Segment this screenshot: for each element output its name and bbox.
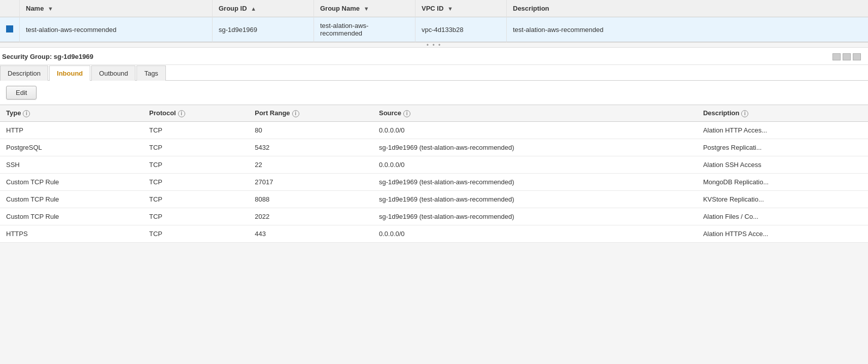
- rules-row-source: sg-1d9e1969 (test-alation-aws-recommende…: [373, 173, 697, 190]
- info-icon: i: [741, 110, 748, 117]
- sort-arrow-groupid: ▲: [251, 6, 256, 12]
- col-header-rules-type: Typei: [0, 105, 143, 122]
- rules-row-source: sg-1d9e1969 (test-alation-aws-recommende…: [373, 208, 697, 225]
- rules-row-source: 0.0.0.0/0: [373, 225, 697, 242]
- row-groupid: sg-1d9e1969: [213, 17, 314, 42]
- rules-row-protocol: TCP: [143, 173, 249, 190]
- tab-outbound[interactable]: Outbound: [91, 65, 135, 81]
- row-description: test-alation-aws-recommended: [507, 17, 869, 42]
- rules-row-portrange: 80: [249, 121, 373, 139]
- rules-row-description: Alation Files / Co...: [697, 208, 868, 225]
- table-row[interactable]: test-alation-aws-recommended sg-1d9e1969…: [0, 17, 868, 42]
- rules-row-portrange: 27017: [249, 173, 373, 190]
- col-header-description: Description: [507, 0, 869, 17]
- rules-row-type: PostgreSQL: [0, 139, 143, 156]
- rules-row-description: Alation SSH Access: [697, 156, 868, 173]
- info-icon: i: [403, 110, 410, 117]
- sort-arrow-vpcid: ▼: [447, 6, 453, 12]
- rules-row-type: Custom TCP Rule: [0, 190, 143, 208]
- table-row: HTTPSTCP4430.0.0.0/0Alation HTTPS Acce..…: [0, 225, 868, 242]
- rules-row-description: MongoDB Replicatio...: [697, 173, 868, 190]
- rules-row-source: 0.0.0.0/0: [373, 121, 697, 139]
- col-header-groupid[interactable]: Group ID ▲: [213, 0, 314, 17]
- table-row: PostgreSQLTCP5432sg-1d9e1969 (test-alati…: [0, 139, 868, 156]
- rules-row-portrange: 2022: [249, 208, 373, 225]
- rules-row-protocol: TCP: [143, 208, 249, 225]
- tab-description[interactable]: Description: [0, 65, 48, 81]
- col-header-checkbox: [0, 0, 20, 17]
- tab-tags[interactable]: Tags: [136, 65, 165, 81]
- col-header-rules-source: Sourcei: [373, 105, 697, 122]
- col-header-groupname[interactable]: Group Name ▼: [314, 0, 415, 17]
- col-header-rules-description: Descriptioni: [697, 105, 868, 122]
- rules-row-portrange: 5432: [249, 139, 373, 156]
- rules-row-protocol: TCP: [143, 139, 249, 156]
- table-row: Custom TCP RuleTCP8088sg-1d9e1969 (test-…: [0, 190, 868, 208]
- sort-arrow-name: ▼: [48, 6, 53, 12]
- info-icon: i: [292, 110, 299, 117]
- rules-row-type: SSH: [0, 156, 143, 173]
- tabs-bar: DescriptionInboundOutboundTags: [0, 65, 868, 81]
- table-row: Custom TCP RuleTCP27017sg-1d9e1969 (test…: [0, 173, 868, 190]
- row-checkbox[interactable]: [6, 25, 13, 32]
- win-btn-2[interactable]: [843, 53, 851, 60]
- rules-row-type: Custom TCP Rule: [0, 208, 143, 225]
- info-icon: i: [23, 110, 30, 117]
- rules-row-portrange: 22: [249, 156, 373, 173]
- rules-row-type: Custom TCP Rule: [0, 173, 143, 190]
- row-name: test-alation-aws-recommended: [20, 17, 213, 42]
- row-checkbox-cell[interactable]: [0, 17, 20, 42]
- table-row: SSHTCP220.0.0.0/0Alation SSH Access: [0, 156, 868, 173]
- rules-row-type: HTTP: [0, 121, 143, 139]
- bottom-section: Security Group: sg-1d9e1969 DescriptionI…: [0, 48, 868, 243]
- row-groupname: test-alation-aws-recommended: [314, 17, 415, 42]
- rules-row-source: sg-1d9e1969 (test-alation-aws-recommende…: [373, 190, 697, 208]
- tab-inbound[interactable]: Inbound: [49, 65, 90, 81]
- col-header-rules-portrange: Port Rangei: [249, 105, 373, 122]
- security-groups-table: Name ▼ Group ID ▲ Group Name ▼ VPC ID ▼ …: [0, 0, 868, 42]
- rules-row-portrange: 443: [249, 225, 373, 242]
- rules-row-protocol: TCP: [143, 121, 249, 139]
- security-group-title: Security Group: sg-1d9e1969: [2, 53, 93, 60]
- security-group-header: Security Group: sg-1d9e1969: [0, 48, 868, 65]
- rules-row-protocol: TCP: [143, 156, 249, 173]
- inbound-rules-table: TypeiProtocoliPort RangeiSourceiDescript…: [0, 105, 868, 243]
- rules-row-description: Alation HTTPS Acce...: [697, 225, 868, 242]
- resize-handle[interactable]: • • •: [0, 43, 868, 48]
- win-btn-3[interactable]: [853, 53, 861, 60]
- top-section: Name ▼ Group ID ▲ Group Name ▼ VPC ID ▼ …: [0, 0, 868, 43]
- col-header-vpcid[interactable]: VPC ID ▼: [415, 0, 507, 17]
- rules-row-protocol: TCP: [143, 225, 249, 242]
- rules-row-description: Postgres Replicati...: [697, 139, 868, 156]
- rules-row-source: 0.0.0.0/0: [373, 156, 697, 173]
- win-btn-1[interactable]: [832, 53, 841, 60]
- rules-row-description: KVStore Replicatio...: [697, 190, 868, 208]
- col-header-name[interactable]: Name ▼: [20, 0, 213, 17]
- table-row: Custom TCP RuleTCP2022sg-1d9e1969 (test-…: [0, 208, 868, 225]
- info-icon: i: [178, 110, 185, 117]
- edit-area: Edit: [0, 81, 868, 105]
- sort-arrow-groupname: ▼: [364, 6, 369, 12]
- edit-button[interactable]: Edit: [6, 86, 37, 100]
- rules-row-protocol: TCP: [143, 190, 249, 208]
- col-header-rules-protocol: Protocoli: [143, 105, 249, 122]
- row-vpcid: vpc-4d133b28: [415, 17, 507, 42]
- rules-row-type: HTTPS: [0, 225, 143, 242]
- table-row: HTTPTCP800.0.0.0/0Alation HTTP Acces...: [0, 121, 868, 139]
- rules-row-source: sg-1d9e1969 (test-alation-aws-recommende…: [373, 139, 697, 156]
- rules-row-description: Alation HTTP Acces...: [697, 121, 868, 139]
- rules-row-portrange: 8088: [249, 190, 373, 208]
- resize-dots: • • •: [427, 42, 441, 49]
- window-controls: [832, 53, 861, 60]
